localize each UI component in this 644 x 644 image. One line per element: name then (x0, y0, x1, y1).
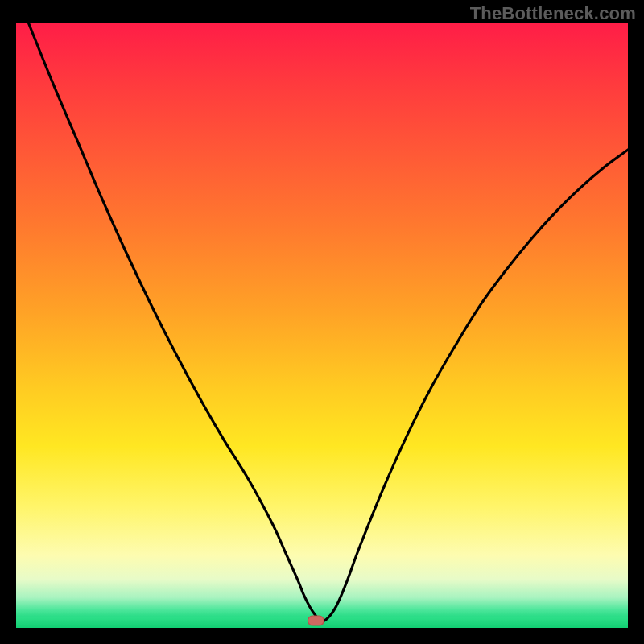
minimum-marker (308, 616, 324, 625)
curve-svg (16, 23, 628, 628)
chart-frame: TheBottleneck.com (0, 0, 644, 644)
watermark-text: TheBottleneck.com (470, 3, 636, 24)
plot-area (16, 23, 628, 628)
bottleneck-curve-path (28, 23, 628, 622)
